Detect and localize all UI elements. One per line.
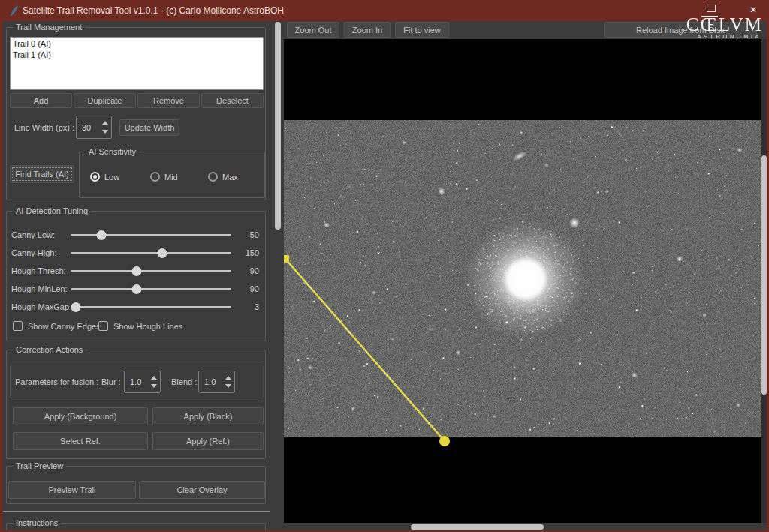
slider-thumb[interactable] — [157, 248, 167, 258]
slider-hough-thresh: Hough Thresh: 90 — [11, 262, 259, 280]
radio-max-label: Max — [222, 173, 238, 182]
spin-down-icon[interactable] — [225, 384, 231, 388]
slider-value: 3 — [240, 302, 259, 311]
blur-spinner[interactable]: 1.0 — [124, 371, 161, 393]
fit-to-view-button[interactable]: Fit to view — [395, 22, 449, 38]
radio-low-dot — [90, 172, 100, 182]
slider-track[interactable] — [71, 306, 231, 308]
ai-detection-tuning-title: AI Detection Tuning — [13, 206, 91, 215]
slider-thumb[interactable] — [131, 284, 141, 294]
trail-management-group: Trail Management Trail 0 (AI) Trail 1 (A… — [6, 27, 266, 200]
show-hough-lines-checkbox[interactable]: Show Hough Lines — [98, 321, 182, 331]
astro-image[interactable] — [284, 120, 761, 437]
radio-low[interactable]: Low — [90, 172, 119, 182]
checkbox-box[interactable] — [13, 321, 23, 331]
spin-down-icon[interactable] — [102, 130, 108, 134]
slider-thumb[interactable] — [131, 266, 141, 276]
radio-max[interactable]: Max — [208, 172, 238, 182]
line-width-spinner[interactable]: 30 — [76, 116, 112, 139]
fusion-params-label: Parameters for fusion : — [15, 377, 98, 386]
radio-low-label: Low — [104, 173, 119, 182]
vertical-scrollbar-thumb[interactable] — [761, 155, 767, 395]
slider-hough-maxgap: Hough MaxGap 3 — [11, 298, 259, 316]
window-border-left — [0, 0, 2, 532]
zoom-out-button[interactable]: Zoom Out — [287, 22, 339, 38]
slider-value: 150 — [240, 248, 259, 257]
slider-value: 90 — [240, 266, 259, 275]
blend-value[interactable]: 1.0 — [199, 371, 222, 392]
apply-black-button[interactable]: Apply (Black) — [152, 407, 264, 425]
blend-spinner[interactable]: 1.0 — [198, 371, 235, 393]
radio-mid[interactable]: Mid — [150, 172, 178, 182]
radio-max-dot — [208, 172, 218, 182]
show-canny-edges-checkbox[interactable]: Show Canny Edges — [13, 321, 101, 331]
blend-label: Blend : — [171, 377, 197, 386]
spin-down-icon[interactable] — [151, 384, 157, 388]
ai-sensitivity-title: AI Sensitivity — [86, 147, 139, 156]
trail-end-handle[interactable] — [439, 436, 450, 446]
image-viewport[interactable] — [284, 39, 761, 523]
left-panel-scrollbar-thumb[interactable] — [275, 22, 281, 230]
slider-thumb[interactable] — [97, 230, 107, 240]
slider-value: 90 — [240, 284, 259, 293]
slider-track[interactable] — [71, 234, 231, 236]
slider-thumb[interactable] — [71, 302, 81, 312]
spin-up-icon[interactable] — [151, 376, 157, 380]
ai-detection-tuning-group: AI Detection Tuning Canny Low: 50 Canny … — [6, 211, 266, 341]
trail-management-title: Trail Management — [13, 23, 85, 32]
trail-listbox[interactable]: Trail 0 (AI) Trail 1 (AI) — [10, 37, 264, 90]
slider-canny-high: Canny High: 150 — [11, 244, 259, 262]
add-button[interactable]: Add — [10, 93, 72, 108]
reload-image-button[interactable]: Reload Image from Disk — [604, 22, 757, 38]
line-width-label: Line Width (px) : — [14, 123, 74, 132]
correction-actions-group: Correction Actions Parameters for fusion… — [6, 350, 266, 459]
apply-ref-button[interactable]: Apply (Ref.) — [152, 432, 264, 450]
panel-separator — [3, 511, 270, 512]
slider-label: Hough MaxGap — [11, 302, 71, 311]
duplicate-button[interactable]: Duplicate — [74, 93, 136, 108]
remove-button[interactable]: Remove — [137, 93, 200, 108]
slider-canny-low: Canny Low: 50 — [11, 226, 259, 244]
horizontal-scrollbar-thumb[interactable] — [411, 524, 544, 530]
app-window: Zoom Out Zoom In Fit to view Reload Imag… — [0, 0, 769, 532]
trail-list-item[interactable]: Trail 1 (AI) — [13, 50, 261, 61]
slider-track[interactable] — [71, 270, 231, 272]
select-ref-button[interactable]: Select Ref. — [13, 432, 148, 450]
checkbox-box[interactable] — [98, 321, 108, 331]
slider-label: Canny High: — [11, 248, 71, 257]
slider-track[interactable] — [71, 252, 231, 254]
apply-background-button[interactable]: Apply (Background) — [13, 407, 148, 425]
radio-mid-label: Mid — [164, 173, 178, 182]
titlebar[interactable]: Satellite Trail Removal Tool v1.0.1 - (c… — [0, 0, 769, 21]
ai-sensitivity-group: AI Sensitivity Low Mid Max — [79, 152, 265, 198]
slider-hough-minlen: Hough MinLen: 90 — [11, 280, 259, 298]
trail-preview-group: Trail Preview Preview Trail Clear Overla… — [6, 466, 266, 504]
slider-label: Hough MinLen: — [11, 284, 71, 293]
window-title: Satellite Trail Removal Tool v1.0.1 - (c… — [23, 5, 284, 16]
blur-value[interactable]: 1.0 — [125, 371, 148, 392]
app-feather-icon — [9, 5, 19, 17]
trail-preview-title: Trail Preview — [13, 461, 66, 470]
update-width-button[interactable]: Update Width — [119, 119, 179, 136]
blur-label: Blur : — [101, 377, 121, 386]
close-button[interactable]: ✕ — [746, 3, 760, 17]
slider-track[interactable] — [71, 288, 231, 290]
radio-mid-dot — [150, 172, 160, 182]
maximize-button[interactable] — [707, 5, 716, 12]
deselect-button[interactable]: Deselect — [201, 93, 264, 108]
spin-up-icon[interactable] — [102, 121, 108, 125]
fusion-params-box: Parameters for fusion : Blur : 1.0 Blend… — [10, 365, 264, 398]
instructions-title: Instructions — [13, 518, 61, 527]
clear-overlay-button[interactable]: Clear Overlay — [139, 481, 265, 499]
preview-trail-button[interactable]: Preview Trail — [8, 481, 136, 499]
zoom-in-button[interactable]: Zoom In — [344, 22, 391, 38]
line-width-value[interactable]: 30 — [77, 116, 99, 138]
trail-list-item[interactable]: Trail 0 (AI) — [13, 38, 261, 50]
correction-actions-title: Correction Actions — [13, 345, 86, 354]
slider-label: Canny Low: — [11, 230, 71, 239]
checkbox-label: Show Canny Edges — [28, 322, 101, 331]
spin-up-icon[interactable] — [225, 376, 231, 380]
checkbox-label: Show Hough Lines — [113, 322, 182, 331]
slider-label: Hough Thresh: — [11, 266, 71, 275]
find-trails-ai-button[interactable]: Find Trails (AI) — [10, 165, 74, 183]
